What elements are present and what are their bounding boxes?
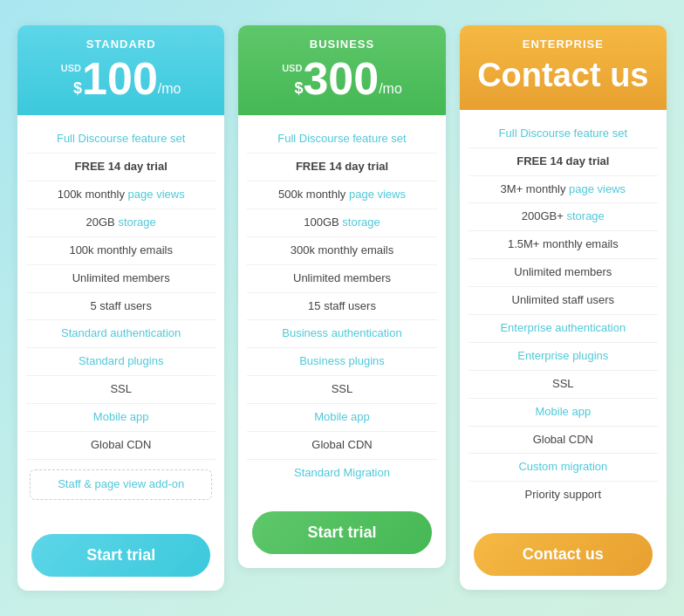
feature-link-business-12[interactable]: Standard Migration	[294, 466, 390, 479]
feature-row-business-9: SSL	[247, 376, 436, 404]
plan-price-contact-enterprise: Contact us	[469, 56, 658, 96]
feature-row-business-11: Global CDN	[247, 432, 436, 460]
feature-row-enterprise-12: Custom migration	[469, 454, 658, 482]
feature-row-enterprise-4: 1.5M+ monthly emails	[469, 231, 658, 259]
feature-link-standard-8[interactable]: Standard plugins	[79, 354, 164, 367]
feature-row-enterprise-3: 200GB+ storage	[469, 203, 658, 231]
feature-row-business-2: 500k monthly page views	[247, 181, 436, 209]
feature-row-enterprise-0: Full Discourse feature set	[469, 120, 658, 148]
feature-link-enterprise-12[interactable]: Custom migration	[518, 460, 607, 473]
feature-row-business-4: 300k monthly emails	[247, 237, 436, 265]
feature-row-business-7: Business authentication	[247, 320, 436, 348]
plan-name-enterprise: ENTERPRISE	[469, 38, 658, 51]
feature-link-enterprise-7[interactable]: Enterprise authentication	[500, 321, 626, 334]
feature-link-standard-2[interactable]: page views	[128, 188, 185, 201]
feature-row-standard-8: Standard plugins	[26, 348, 215, 376]
feature-row-enterprise-8: Enterprise plugins	[469, 343, 658, 371]
feature-link-business-3[interactable]: storage	[342, 216, 380, 229]
price-usd-standard: USD	[61, 64, 81, 73]
feature-row-standard-10: Mobile app	[26, 404, 215, 432]
feature-row-enterprise-6: Unlimited staff users	[469, 287, 658, 315]
plan-card-business: BUSINESSUSD$300/moFull Discourse feature…	[238, 25, 445, 568]
plan-header-business: BUSINESSUSD$300/mo	[238, 25, 445, 115]
feature-row-business-3: 100GB storage	[247, 209, 436, 237]
feature-row-enterprise-9: SSL	[469, 371, 658, 399]
feature-link-standard-10[interactable]: Mobile app	[93, 410, 149, 423]
feature-row-business-5: Unlimited members	[247, 265, 436, 293]
feature-row-standard-1: FREE 14 day trial	[26, 154, 215, 181]
cta-button-business[interactable]: Start trial	[252, 511, 431, 554]
feature-link-enterprise-3[interactable]: storage	[566, 209, 604, 222]
feature-row-standard-4: 100k monthly emails	[26, 237, 215, 265]
feature-row-enterprise-10: Mobile app	[469, 399, 658, 427]
cta-button-enterprise[interactable]: Contact us	[474, 533, 653, 576]
feature-row-standard-5: Unlimited members	[26, 265, 215, 293]
plan-features-business: Full Discourse feature setFREE 14 day tr…	[238, 115, 445, 501]
price-period-business: /mo	[379, 82, 402, 96]
feature-bold-business-1: FREE 14 day trial	[296, 160, 388, 173]
feature-row-standard-11: Global CDN	[26, 432, 215, 460]
price-dollar-business: $	[294, 80, 303, 96]
addon-row-standard: Staff & page view add-on	[26, 460, 215, 510]
plan-card-enterprise: ENTERPRISEContact usFull Discourse featu…	[460, 25, 667, 590]
plan-price-standard: USD$100/mo	[26, 56, 215, 101]
plan-header-standard: STANDARDUSD$100/mo	[17, 25, 224, 115]
price-usd-business: USD	[282, 64, 302, 73]
addon-box-standard[interactable]: Staff & page view add-on	[30, 469, 212, 500]
price-period-standard: /mo	[158, 82, 181, 96]
feature-link-business-10[interactable]: Mobile app	[314, 410, 370, 423]
pricing-container: STANDARDUSD$100/moFull Discourse feature…	[17, 25, 667, 591]
feature-link-standard-0[interactable]: Full Discourse feature set	[57, 132, 185, 145]
feature-link-enterprise-2[interactable]: page views	[569, 182, 626, 195]
feature-row-enterprise-11: Global CDN	[469, 427, 658, 455]
feature-bold-standard-1: FREE 14 day trial	[75, 160, 168, 173]
feature-link-business-7[interactable]: Business authentication	[282, 326, 401, 339]
feature-row-standard-2: 100k monthly page views	[26, 181, 215, 209]
plan-name-business: BUSINESS	[247, 38, 436, 51]
feature-row-standard-3: 20GB storage	[26, 209, 215, 237]
feature-link-standard-3[interactable]: storage	[118, 216, 155, 229]
plan-card-standard: STANDARDUSD$100/moFull Discourse feature…	[17, 25, 224, 591]
feature-row-standard-0: Full Discourse feature set	[26, 126, 215, 154]
feature-row-standard-7: Standard authentication	[26, 320, 215, 348]
feature-link-enterprise-0[interactable]: Full Discourse feature set	[499, 127, 627, 140]
feature-link-business-8[interactable]: Business plugins	[299, 354, 385, 367]
feature-row-enterprise-2: 3M+ monthly page views	[469, 176, 658, 204]
feature-row-business-8: Business plugins	[247, 348, 436, 376]
price-dollar-standard: $	[73, 80, 82, 96]
plan-name-standard: STANDARD	[26, 38, 215, 51]
feature-row-business-1: FREE 14 day trial	[247, 154, 436, 181]
price-amount-business: 300	[303, 56, 379, 101]
cta-button-standard[interactable]: Start trial	[31, 534, 210, 577]
plan-features-enterprise: Full Discourse feature setFREE 14 day tr…	[460, 110, 667, 523]
price-amount-standard: 100	[82, 56, 158, 101]
feature-link-enterprise-10[interactable]: Mobile app	[536, 405, 592, 418]
feature-row-business-12: Standard Migration	[247, 460, 436, 487]
feature-link-business-0[interactable]: Full Discourse feature set	[277, 132, 406, 145]
feature-row-enterprise-13: Priority support	[469, 482, 658, 509]
feature-link-enterprise-8[interactable]: Enterprise plugins	[517, 349, 608, 362]
feature-row-standard-9: SSL	[26, 376, 215, 404]
plan-header-enterprise: ENTERPRISEContact us	[460, 25, 667, 110]
feature-row-enterprise-5: Unlimited members	[469, 259, 658, 287]
feature-row-business-6: 15 staff users	[247, 293, 436, 321]
plan-price-business: USD$300/mo	[247, 56, 436, 101]
feature-row-enterprise-1: FREE 14 day trial	[469, 148, 658, 176]
feature-row-business-0: Full Discourse feature set	[247, 126, 436, 154]
feature-row-enterprise-7: Enterprise authentication	[469, 315, 658, 343]
feature-row-standard-6: 5 staff users	[26, 293, 215, 321]
plan-features-standard: Full Discourse feature setFREE 14 day tr…	[17, 115, 224, 524]
feature-link-standard-7[interactable]: Standard authentication	[61, 326, 181, 339]
feature-bold-enterprise-1: FREE 14 day trial	[516, 154, 609, 168]
feature-link-business-2[interactable]: page views	[349, 188, 406, 201]
feature-row-business-10: Mobile app	[247, 404, 436, 432]
